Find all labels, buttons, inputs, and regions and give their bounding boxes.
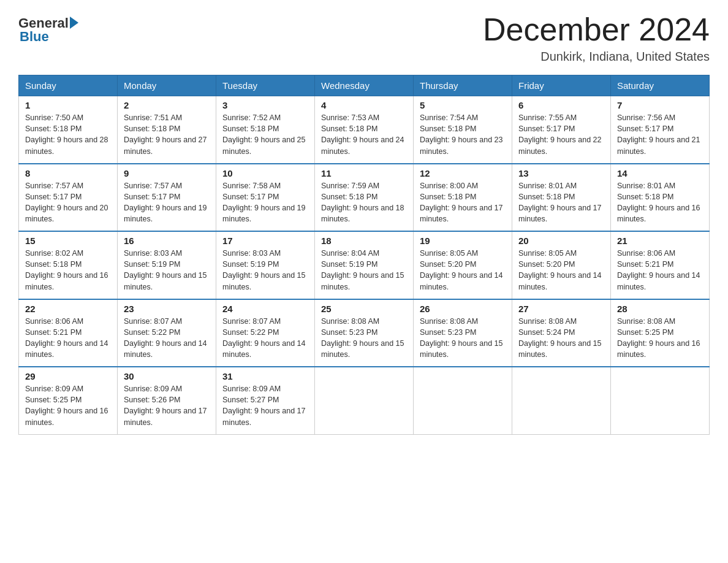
day-number: 6	[518, 100, 604, 110]
calendar-day-cell: 7Sunrise: 7:56 AMSunset: 5:17 PMDaylight…	[611, 96, 710, 164]
calendar-day-cell	[414, 367, 512, 434]
day-info: Sunrise: 8:02 AMSunset: 5:18 PMDaylight:…	[25, 248, 111, 293]
day-info: Sunrise: 7:55 AMSunset: 5:17 PMDaylight:…	[518, 112, 604, 157]
calendar-day-cell: 13Sunrise: 8:01 AMSunset: 5:18 PMDayligh…	[512, 164, 611, 232]
day-info: Sunrise: 8:09 AMSunset: 5:27 PMDaylight:…	[222, 383, 308, 428]
day-number: 22	[25, 304, 111, 314]
calendar-day-cell: 2Sunrise: 7:51 AMSunset: 5:18 PMDaylight…	[118, 96, 216, 164]
calendar-day-cell: 9Sunrise: 7:57 AMSunset: 5:17 PMDaylight…	[118, 164, 216, 232]
day-info: Sunrise: 8:08 AMSunset: 5:23 PMDaylight:…	[420, 316, 506, 361]
calendar-day-cell: 17Sunrise: 8:03 AMSunset: 5:19 PMDayligh…	[216, 231, 315, 299]
day-number: 11	[321, 168, 407, 178]
calendar-day-cell: 16Sunrise: 8:03 AMSunset: 5:19 PMDayligh…	[118, 231, 216, 299]
day-number: 19	[420, 236, 506, 246]
day-info: Sunrise: 7:52 AMSunset: 5:18 PMDaylight:…	[222, 112, 308, 157]
day-number: 13	[518, 168, 604, 178]
day-header-sunday: Sunday	[19, 75, 118, 96]
calendar-day-cell: 26Sunrise: 8:08 AMSunset: 5:23 PMDayligh…	[414, 299, 512, 367]
day-info: Sunrise: 7:53 AMSunset: 5:18 PMDaylight:…	[321, 112, 407, 157]
day-number: 17	[222, 236, 308, 246]
calendar-day-cell: 5Sunrise: 7:54 AMSunset: 5:18 PMDaylight…	[414, 96, 512, 164]
day-info: Sunrise: 8:08 AMSunset: 5:25 PMDaylight:…	[617, 316, 703, 361]
calendar-day-cell: 11Sunrise: 7:59 AMSunset: 5:18 PMDayligh…	[315, 164, 414, 232]
calendar-day-cell	[611, 367, 710, 434]
day-info: Sunrise: 8:01 AMSunset: 5:18 PMDaylight:…	[518, 180, 604, 225]
day-info: Sunrise: 7:54 AMSunset: 5:18 PMDaylight:…	[420, 112, 506, 157]
day-info: Sunrise: 7:57 AMSunset: 5:17 PMDaylight:…	[25, 180, 111, 225]
day-number: 15	[25, 236, 111, 246]
day-number: 12	[420, 168, 506, 178]
day-number: 29	[25, 371, 111, 381]
day-info: Sunrise: 8:08 AMSunset: 5:24 PMDaylight:…	[518, 316, 604, 361]
day-header-thursday: Thursday	[414, 75, 512, 96]
day-info: Sunrise: 7:50 AMSunset: 5:18 PMDaylight:…	[25, 112, 111, 157]
day-info: Sunrise: 7:58 AMSunset: 5:17 PMDaylight:…	[222, 180, 308, 225]
calendar-day-cell: 18Sunrise: 8:04 AMSunset: 5:19 PMDayligh…	[315, 231, 414, 299]
location-subtitle: Dunkirk, Indiana, United States	[483, 50, 710, 64]
logo-arrow-icon	[70, 17, 78, 29]
day-number: 28	[617, 304, 703, 314]
day-info: Sunrise: 8:05 AMSunset: 5:20 PMDaylight:…	[518, 248, 604, 293]
calendar-day-cell: 12Sunrise: 8:00 AMSunset: 5:18 PMDayligh…	[414, 164, 512, 232]
calendar-week-row: 22Sunrise: 8:06 AMSunset: 5:21 PMDayligh…	[19, 299, 710, 367]
day-number: 25	[321, 304, 407, 314]
title-block: December 2024 Dunkirk, Indiana, United S…	[483, 12, 710, 64]
day-number: 9	[124, 168, 210, 178]
day-number: 23	[124, 304, 210, 314]
month-year-title: December 2024	[483, 12, 710, 47]
calendar-day-cell: 28Sunrise: 8:08 AMSunset: 5:25 PMDayligh…	[611, 299, 710, 367]
day-info: Sunrise: 8:03 AMSunset: 5:19 PMDaylight:…	[124, 248, 210, 293]
calendar-week-row: 8Sunrise: 7:57 AMSunset: 5:17 PMDaylight…	[19, 164, 710, 232]
day-info: Sunrise: 8:09 AMSunset: 5:26 PMDaylight:…	[124, 383, 210, 428]
day-info: Sunrise: 7:57 AMSunset: 5:17 PMDaylight:…	[124, 180, 210, 225]
day-number: 24	[222, 304, 308, 314]
calendar-day-cell: 1Sunrise: 7:50 AMSunset: 5:18 PMDaylight…	[19, 96, 118, 164]
day-number: 16	[124, 236, 210, 246]
page-header: General Blue December 2024 Dunkirk, Indi…	[18, 12, 710, 64]
day-number: 2	[124, 100, 210, 110]
day-info: Sunrise: 8:08 AMSunset: 5:23 PMDaylight:…	[321, 316, 407, 361]
day-number: 31	[222, 371, 308, 381]
calendar-header-row: SundayMondayTuesdayWednesdayThursdayFrid…	[19, 75, 710, 96]
calendar-day-cell	[315, 367, 414, 434]
calendar-day-cell: 20Sunrise: 8:05 AMSunset: 5:20 PMDayligh…	[512, 231, 611, 299]
logo: General Blue	[18, 12, 78, 45]
calendar-day-cell: 8Sunrise: 7:57 AMSunset: 5:17 PMDaylight…	[19, 164, 118, 232]
calendar-day-cell: 21Sunrise: 8:06 AMSunset: 5:21 PMDayligh…	[611, 231, 710, 299]
day-number: 18	[321, 236, 407, 246]
logo-blue-text: Blue	[20, 29, 49, 45]
day-info: Sunrise: 8:06 AMSunset: 5:21 PMDaylight:…	[25, 316, 111, 361]
day-info: Sunrise: 7:51 AMSunset: 5:18 PMDaylight:…	[124, 112, 210, 157]
day-number: 8	[25, 168, 111, 178]
calendar-day-cell	[512, 367, 611, 434]
day-info: Sunrise: 8:05 AMSunset: 5:20 PMDaylight:…	[420, 248, 506, 293]
day-header-monday: Monday	[118, 75, 216, 96]
day-info: Sunrise: 8:01 AMSunset: 5:18 PMDaylight:…	[617, 180, 703, 225]
day-info: Sunrise: 8:06 AMSunset: 5:21 PMDaylight:…	[617, 248, 703, 293]
calendar-day-cell: 30Sunrise: 8:09 AMSunset: 5:26 PMDayligh…	[118, 367, 216, 434]
day-header-wednesday: Wednesday	[315, 75, 414, 96]
day-info: Sunrise: 7:56 AMSunset: 5:17 PMDaylight:…	[617, 112, 703, 157]
day-number: 10	[222, 168, 308, 178]
calendar-day-cell: 23Sunrise: 8:07 AMSunset: 5:22 PMDayligh…	[118, 299, 216, 367]
day-number: 27	[518, 304, 604, 314]
day-header-saturday: Saturday	[611, 75, 710, 96]
calendar-day-cell: 4Sunrise: 7:53 AMSunset: 5:18 PMDaylight…	[315, 96, 414, 164]
calendar-day-cell: 31Sunrise: 8:09 AMSunset: 5:27 PMDayligh…	[216, 367, 315, 434]
day-header-friday: Friday	[512, 75, 611, 96]
calendar-day-cell: 27Sunrise: 8:08 AMSunset: 5:24 PMDayligh…	[512, 299, 611, 367]
day-number: 5	[420, 100, 506, 110]
day-header-tuesday: Tuesday	[216, 75, 315, 96]
calendar-day-cell: 15Sunrise: 8:02 AMSunset: 5:18 PMDayligh…	[19, 231, 118, 299]
calendar-day-cell: 14Sunrise: 8:01 AMSunset: 5:18 PMDayligh…	[611, 164, 710, 232]
calendar-day-cell: 24Sunrise: 8:07 AMSunset: 5:22 PMDayligh…	[216, 299, 315, 367]
day-info: Sunrise: 8:00 AMSunset: 5:18 PMDaylight:…	[420, 180, 506, 225]
calendar-day-cell: 3Sunrise: 7:52 AMSunset: 5:18 PMDaylight…	[216, 96, 315, 164]
day-info: Sunrise: 8:07 AMSunset: 5:22 PMDaylight:…	[124, 316, 210, 361]
day-number: 26	[420, 304, 506, 314]
calendar-day-cell: 25Sunrise: 8:08 AMSunset: 5:23 PMDayligh…	[315, 299, 414, 367]
day-number: 30	[124, 371, 210, 381]
calendar-day-cell: 10Sunrise: 7:58 AMSunset: 5:17 PMDayligh…	[216, 164, 315, 232]
day-number: 4	[321, 100, 407, 110]
day-info: Sunrise: 8:07 AMSunset: 5:22 PMDaylight:…	[222, 316, 308, 361]
